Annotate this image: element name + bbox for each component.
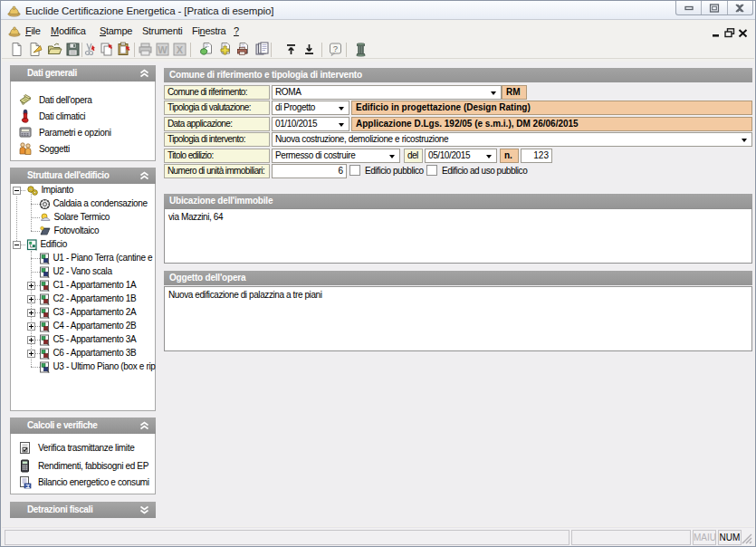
svg-text:W: W <box>158 44 167 55</box>
svg-text:?: ? <box>333 43 338 53</box>
svg-text:X: X <box>177 44 184 55</box>
